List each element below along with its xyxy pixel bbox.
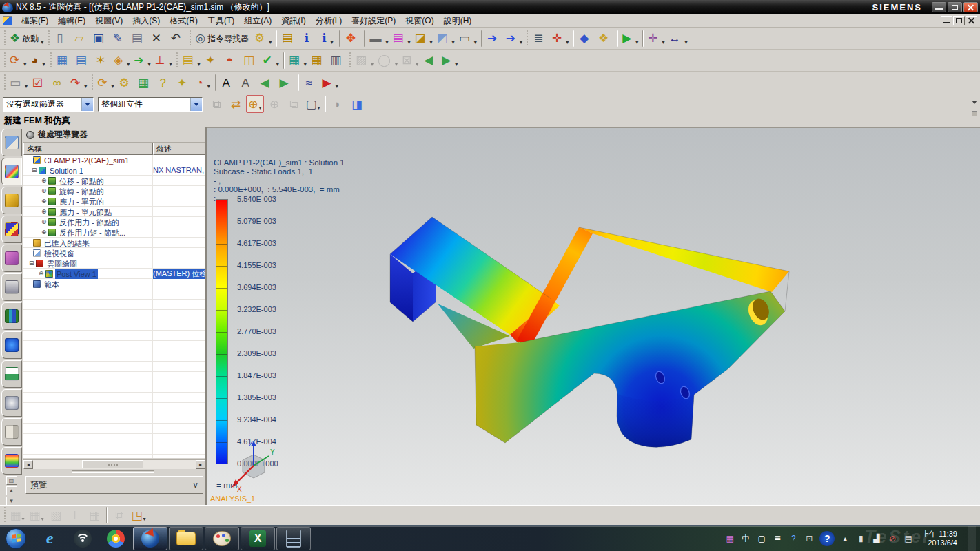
toolbar-button[interactable]: ℹ ▾ xyxy=(318,30,336,48)
tree-row[interactable]: ⊕ 應力 - 單元的 xyxy=(23,196,205,207)
dropdown-caret-icon[interactable]: ▾ xyxy=(474,39,477,45)
toolbar-button[interactable]: ▣ ▾ xyxy=(91,30,109,48)
toolbar-button[interactable]: ▱ ▾ xyxy=(72,30,90,48)
toolbar-button[interactable]: ▾ xyxy=(175,52,178,69)
tree-node-label[interactable]: 檢視視窗 xyxy=(43,249,76,258)
selection-tool-button[interactable]: ▢ ▾ xyxy=(304,95,322,113)
toolbar-button[interactable]: ✎ ▾ xyxy=(110,30,128,48)
toolbar-button[interactable]: A ▾ xyxy=(219,74,237,92)
toolbar-button[interactable]: ▶ ▾ xyxy=(440,52,459,70)
toolbar-button[interactable]: A ▾ xyxy=(238,74,256,92)
dropdown-caret-icon[interactable]: ▾ xyxy=(452,39,455,45)
toolbar-button[interactable]: ↷ ▾ xyxy=(69,74,88,92)
toolbar-button[interactable]: ➔ ▾ xyxy=(132,52,152,70)
dropdown-caret-icon[interactable]: ▾ xyxy=(635,39,638,45)
toolbar-button[interactable]: ◀ ▾ xyxy=(421,52,439,70)
assembly-tool-button[interactable]: ▧ ▾ xyxy=(47,506,65,524)
selection-tool-button[interactable]: ⊕ ▾ xyxy=(246,95,264,113)
toolbar-button[interactable]: ≣ ▾ xyxy=(531,30,549,48)
dropdown-caret-icon[interactable]: ▾ xyxy=(395,61,398,67)
tray-icon[interactable]: ? xyxy=(819,531,835,546)
tree-node-label[interactable]: Post View 1 xyxy=(55,269,98,279)
toolbar-button[interactable]: ▾ xyxy=(3,74,6,91)
toolbar-button[interactable]: ▾ xyxy=(573,30,574,47)
toolbar-button[interactable]: ⚙ ▾ xyxy=(253,30,273,48)
child-minimize-button[interactable] xyxy=(941,16,952,25)
toolbar-button[interactable]: ◈ ▾ xyxy=(112,52,131,70)
menu-item[interactable]: 喜好設定(P) xyxy=(347,14,400,28)
expander-icon[interactable]: ⊕ xyxy=(41,209,48,215)
menu-item[interactable]: 組立(A) xyxy=(239,14,276,28)
toolbar-button[interactable]: ✦ ▾ xyxy=(175,74,193,92)
assembly-tool-button[interactable]: ⧉ ▾ xyxy=(110,506,128,524)
toolbar-button[interactable]: ▤ ▾ xyxy=(391,30,411,48)
dropdown-caret-icon[interactable]: ▾ xyxy=(41,516,44,522)
assembly-tool-button[interactable]: ⊥ ▾ xyxy=(66,506,84,524)
toolbar-button[interactable]: ▾ xyxy=(617,30,618,47)
toolbar-button[interactable]: ◕ ▾ xyxy=(29,52,47,70)
expander-icon[interactable]: ⊕ xyxy=(41,198,48,205)
dropdown-caret-icon[interactable]: ▾ xyxy=(455,61,458,67)
toolbar-button[interactable]: ▶ ▾ xyxy=(277,74,295,92)
dropdown-caret-icon[interactable]: ▾ xyxy=(304,61,307,67)
toolbar-button[interactable]: ▶ ▾ xyxy=(621,30,640,48)
menu-item[interactable]: 插入(S) xyxy=(127,14,165,28)
explorer-taskbar-button[interactable] xyxy=(169,527,203,550)
toolbar-button[interactable]: ▾ xyxy=(526,30,529,47)
nx-taskbar-button[interactable] xyxy=(133,527,167,550)
resource-tab[interactable] xyxy=(1,245,22,272)
internet-explorer-taskbar-button[interactable]: e xyxy=(38,527,61,550)
dropdown-caret-icon[interactable]: ▾ xyxy=(407,39,410,45)
minimize-button[interactable] xyxy=(932,2,946,12)
dropdown-caret-icon[interactable]: ▾ xyxy=(207,83,210,90)
tree-row[interactable]: ⊟ Solution 1 NX NASTRAN, Stru xyxy=(23,165,205,176)
column-header-description[interactable]: 敘述 xyxy=(153,143,205,155)
menu-item[interactable]: 編輯(E) xyxy=(53,14,90,28)
tray-icon[interactable]: ▟ xyxy=(871,533,882,544)
nx-app-icon[interactable] xyxy=(2,3,13,12)
toolbar-button[interactable]: ◔ ▾ xyxy=(194,74,212,92)
expander-icon[interactable]: ⊕ xyxy=(41,219,48,225)
toolbar-button[interactable]: ▾ xyxy=(642,30,644,47)
toolbar-button[interactable]: ☑ ▾ xyxy=(30,74,48,92)
toolbar-button[interactable]: ▾ xyxy=(90,74,94,91)
tree-node-label[interactable]: 範本 xyxy=(43,280,61,289)
menu-item[interactable]: 資訊(I) xyxy=(276,14,310,28)
tray-icon[interactable]: ⊡ xyxy=(804,533,815,544)
menu-item[interactable]: 說明(H) xyxy=(439,14,477,28)
toolbar-button[interactable]: ◪ ▾ xyxy=(413,30,433,48)
start-button[interactable] xyxy=(6,528,26,549)
toolbar-button[interactable]: ▾ xyxy=(349,52,352,69)
graphics-viewport[interactable]: CLAMP P1-2(CAE)_sim1 : Solution 1Subcase… xyxy=(207,127,980,505)
assembly-tool-button[interactable]: ▾ xyxy=(106,507,108,523)
tree-row[interactable]: 範本 xyxy=(23,279,205,289)
tray-icon[interactable]: ? xyxy=(788,533,799,544)
dropdown-caret-icon[interactable]: ▾ xyxy=(84,83,87,90)
selection-scope-dropdown[interactable]: 整個組立件 xyxy=(98,97,203,112)
horizontal-scrollbar[interactable]: ◂ ▸ xyxy=(23,459,205,469)
dropdown-caret-icon[interactable]: ▾ xyxy=(22,516,25,522)
selection-tool-button[interactable]: ⇄ ▾ xyxy=(227,95,245,113)
tree-node-label[interactable]: Solution 1 xyxy=(48,166,85,176)
toolbar-button[interactable]: ▾ xyxy=(3,52,6,69)
tray-icon[interactable]: ▢ xyxy=(756,533,767,544)
taskbar-clock[interactable]: 上午 11:39 2013/6/4 xyxy=(919,530,963,548)
assembly-tool-button[interactable]: ▦ ▾ xyxy=(85,506,103,524)
toolbar-button[interactable]: ✛ ▾ xyxy=(551,30,570,48)
dropdown-caret-icon[interactable]: ▾ xyxy=(198,61,201,67)
dropdown-caret-icon[interactable]: ▾ xyxy=(662,39,665,45)
resource-tab[interactable] xyxy=(1,302,22,330)
menu-item[interactable]: 工具(T) xyxy=(203,14,239,28)
paint-taskbar-button[interactable] xyxy=(205,527,239,550)
resource-tab[interactable] xyxy=(1,331,22,359)
menu-item[interactable]: 視窗(O) xyxy=(400,14,438,28)
tray-icon[interactable]: ▦ xyxy=(724,533,735,544)
dropdown-caret-icon[interactable]: ▾ xyxy=(169,61,172,67)
tree-node-label[interactable]: 位移 - 節點的 xyxy=(58,176,105,186)
chevron-down-icon[interactable]: ∨ xyxy=(192,480,198,490)
assembly-tool-button[interactable]: ◳ ▾ xyxy=(130,506,147,524)
toolbar-button[interactable]: ▾ xyxy=(47,30,50,47)
toolbar-button[interactable]: ❖ ▾ xyxy=(596,30,614,48)
toolbar-button[interactable]: ▾ xyxy=(49,52,52,69)
dropdown-caret-icon[interactable]: ▾ xyxy=(25,83,28,90)
